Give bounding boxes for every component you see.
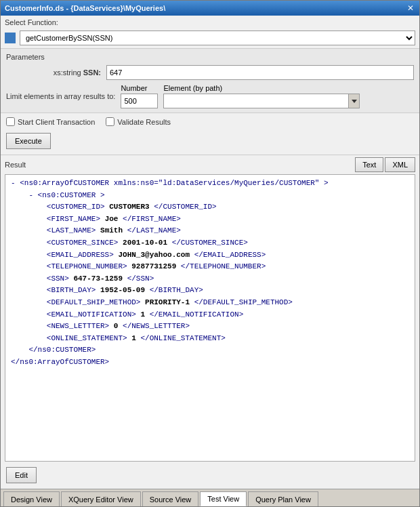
limit-path-dropdown-btn[interactable]	[348, 94, 359, 108]
limit-path-input[interactable]	[164, 94, 348, 108]
result-line-1: - <ns0:CUSTOMER >	[11, 190, 409, 202]
result-line-15: </ns0:ArrayOfCUSTOMER>	[11, 357, 409, 369]
limit-row: Limit elements in array results to: Numb…	[1, 83, 419, 110]
limit-number-input[interactable]	[121, 94, 158, 108]
tab-source-view[interactable]: Source View	[142, 491, 199, 506]
limit-label: Limit elements in array results to:	[6, 92, 115, 100]
result-line-14: </ns0:CUSTOMER>	[11, 344, 409, 357]
tab-test-view[interactable]: Test View	[200, 491, 247, 506]
tab-design-view-label: Design View	[11, 495, 52, 504]
limit-inputs	[121, 94, 360, 108]
result-line-2: <CUSTOMER_ID> CUSTOMER3 </CUSTOMER_ID>	[11, 201, 409, 214]
execute-button[interactable]: Execute	[6, 133, 51, 149]
result-line-5: <CUSTOMER_SINCE> 2001-10-01 </CUSTOMER_S…	[11, 237, 409, 249]
main-window: CustomerInfo.ds - {DataServices}\MyQueri…	[0, 0, 420, 507]
result-line-9: <BIRTH_DAY> 1952-05-09 </BIRTH_DAY>	[11, 285, 409, 297]
execute-row: Execute	[1, 130, 419, 155]
select-function-label: Select Function:	[1, 16, 419, 28]
tab-source-view-label: Source View	[150, 495, 192, 504]
ssn-label: xs:string SSN:	[6, 68, 101, 77]
start-client-checkbox[interactable]	[6, 117, 15, 126]
result-line-12: <NEWS_LETTTER> 0 </NEWS_LETTTER>	[11, 321, 409, 333]
result-line-8: <SSN> 647-73-1259 </SSN>	[11, 273, 409, 285]
result-line-11: <EMAIL_NOTIFICATION> 1 </EMAIL_NOTIFICAT…	[11, 309, 409, 321]
result-line-13: <ONLINE_STATEMENT> 1 </ONLINE_STATEMENT>	[11, 333, 409, 345]
tab-test-view-label: Test View	[207, 495, 239, 503]
select-function-row: getCustomerBySSN(SSN)	[1, 28, 419, 48]
parameters-section: Parameters xs:string SSN: Limit elements…	[1, 48, 419, 113]
close-button[interactable]: ✕	[406, 3, 415, 13]
start-client-label: Start Client Transaction	[18, 118, 95, 126]
limit-headers: Number Element (by path)	[121, 84, 360, 92]
validate-label: Validate Results	[117, 118, 171, 126]
tab-query-plan-view-label: Query Plan View	[255, 495, 311, 504]
edit-button[interactable]: Edit	[6, 467, 37, 483]
limit-path-wrapper	[163, 94, 360, 108]
tab-query-plan-view[interactable]: Query Plan View	[248, 491, 318, 506]
text-button[interactable]: Text	[355, 157, 383, 172]
window-title: CustomerInfo.ds - {DataServices}\MyQueri…	[5, 4, 165, 12]
function-select[interactable]: getCustomerBySSN(SSN)	[20, 31, 415, 45]
result-content: - <ns0:ArrayOfCUSTOMER xmlns:ns0="ld:Dat…	[5, 174, 415, 462]
number-header: Number	[121, 84, 158, 92]
ssn-param-row: xs:string SSN:	[1, 62, 419, 83]
result-line-0: - <ns0:ArrayOfCUSTOMER xmlns:ns0="ld:Dat…	[11, 178, 409, 190]
limit-right: Number Element (by path)	[121, 84, 360, 108]
validate-results-checkbox[interactable]	[106, 117, 114, 126]
tab-design-view[interactable]: Design View	[3, 491, 60, 506]
start-client-checkbox-label[interactable]: Start Client Transaction	[6, 117, 95, 126]
ssn-input[interactable]	[106, 65, 414, 80]
result-buttons: Text XML	[355, 157, 415, 172]
checkbox-row: Start Client Transaction Validate Result…	[1, 113, 419, 130]
result-header: Result Text XML	[1, 155, 419, 174]
result-line-3: <FIRST_NAME> Joe </FIRST_NAME>	[11, 214, 409, 226]
parameters-label: Parameters	[1, 52, 419, 62]
validate-results-checkbox-label[interactable]: Validate Results	[106, 117, 171, 126]
edit-row: Edit	[1, 462, 419, 489]
tab-xquery-editor-view[interactable]: XQuery Editor View	[61, 491, 141, 506]
xml-button[interactable]: XML	[385, 157, 415, 172]
element-header: Element (by path)	[163, 84, 222, 92]
tab-xquery-editor-view-label: XQuery Editor View	[68, 495, 133, 504]
result-label: Result	[5, 161, 26, 169]
tab-bar: Design View XQuery Editor View Source Vi…	[1, 489, 419, 506]
chevron-down-icon	[352, 100, 357, 103]
result-line-10: <DEFAULT_SHIP_METHOD> PRIORITY-1 </DEFAU…	[11, 297, 409, 309]
function-icon	[5, 33, 16, 43]
result-line-7: <TELEPHONE_NUMBER> 9287731259 </TELEPHON…	[11, 261, 409, 273]
result-line-6: <EMAIL_ADDRESS> JOHN_3@yahoo.com </EMAIL…	[11, 249, 409, 262]
main-content: Select Function: getCustomerBySSN(SSN) P…	[1, 16, 419, 489]
title-bar: CustomerInfo.ds - {DataServices}\MyQueri…	[1, 1, 419, 16]
result-line-4: <LAST_NAME> Smith </LAST_NAME>	[11, 225, 409, 237]
